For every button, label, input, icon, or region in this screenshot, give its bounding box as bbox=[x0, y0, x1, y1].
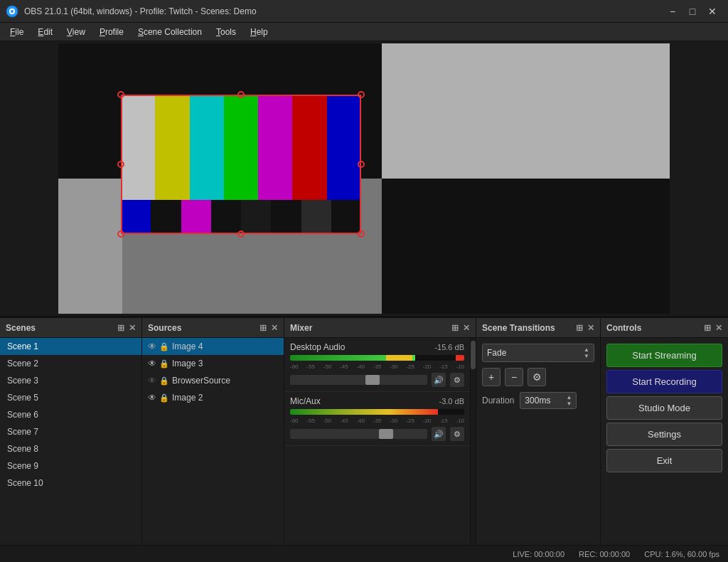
mixer-close-icon[interactable]: ✕ bbox=[463, 323, 470, 333]
scene-item-10[interactable]: Scene 10 bbox=[0, 474, 141, 492]
eye-icon-image2[interactable]: 👁 bbox=[148, 393, 156, 403]
scenes-close-icon[interactable]: ✕ bbox=[129, 323, 136, 333]
controls-content: Start Streaming Start Recording Studio M… bbox=[601, 338, 728, 562]
maximize-button[interactable]: □ bbox=[682, 1, 702, 21]
duration-arrows[interactable]: ▲▼ bbox=[566, 394, 572, 407]
source-label-image2: Image 2 bbox=[172, 393, 203, 403]
mixer-expand-icon[interactable]: ⊞ bbox=[451, 323, 459, 333]
duration-label: Duration bbox=[482, 396, 514, 405]
scene-item-9[interactable]: Scene 9 bbox=[0, 457, 141, 474]
color-bars-bottom bbox=[121, 200, 361, 234]
handle-ml[interactable] bbox=[117, 161, 124, 168]
mixer-track-mic-header: Mic/Aux -3.0 dB bbox=[290, 396, 464, 406]
scenes-panel-header: Scenes ⊞ ✕ bbox=[0, 318, 141, 338]
mixer-mic-thumb[interactable] bbox=[379, 429, 393, 439]
mixer-scrollbar[interactable] bbox=[470, 338, 476, 562]
transitions-expand-icon[interactable]: ⊞ bbox=[576, 323, 583, 333]
close-button[interactable]: ✕ bbox=[702, 1, 722, 21]
mixer-mic-bar bbox=[290, 409, 464, 415]
eye-icon-image3[interactable]: 👁 bbox=[148, 359, 156, 369]
scene-item-1[interactable]: Scene 1 bbox=[0, 338, 141, 355]
handle-tl[interactable] bbox=[117, 91, 124, 98]
start-streaming-button[interactable]: Start Streaming bbox=[606, 344, 722, 367]
source-item-image2[interactable]: 👁 🔒 Image 2 bbox=[142, 389, 284, 406]
mixer-track-mic: Mic/Aux -3.0 dB -60-55-50-45-40-35-30-25… bbox=[284, 392, 470, 446]
mixer-mic-mute[interactable]: 🔊 bbox=[432, 427, 446, 441]
mixer-mic-settings[interactable]: ⚙ bbox=[450, 427, 464, 441]
bar-yellow bbox=[155, 95, 189, 200]
controls-panel: Controls ⊞ ✕ Start Streaming Start Recor… bbox=[601, 318, 728, 562]
source-item-image3[interactable]: 👁 🔒 Image 3 bbox=[142, 355, 284, 372]
mixer-mic-fader[interactable] bbox=[290, 429, 427, 439]
mixer-desktop-name: Desktop Audio bbox=[290, 342, 345, 352]
controls-close-icon[interactable]: ✕ bbox=[715, 323, 722, 333]
handle-bl[interactable] bbox=[117, 230, 124, 238]
mixer-panel: Mixer ⊞ ✕ Desktop Audio -15.6 dB bbox=[284, 318, 476, 562]
mixer-scrollbar-thumb[interactable] bbox=[471, 341, 476, 369]
mixer-mic-ticks: -60-55-50-45-40-35-30-25-20-15-10 bbox=[290, 418, 464, 424]
menu-help[interactable]: Help bbox=[243, 26, 275, 38]
title-bar: OBS 21.0.1 (64bit, windows) - Profile: T… bbox=[0, 0, 728, 23]
mixer-desktop-fader[interactable] bbox=[290, 375, 427, 385]
transitions-buttons-row: + − ⚙ bbox=[482, 368, 594, 386]
menu-tools[interactable]: Tools bbox=[209, 26, 243, 38]
lock-icon-browser: 🔒 bbox=[159, 376, 169, 386]
handle-tr[interactable] bbox=[358, 91, 365, 98]
scenes-panel: Scenes ⊞ ✕ Scene 1 Scene 2 Scene 3 Scene… bbox=[0, 318, 142, 562]
controls-panel-header: Controls ⊞ ✕ bbox=[601, 318, 728, 338]
preview-area bbox=[0, 41, 728, 317]
bar-blue bbox=[327, 95, 361, 200]
scene-item-8[interactable]: Scene 8 bbox=[0, 440, 141, 457]
settings-button[interactable]: Settings bbox=[606, 423, 722, 446]
scene-item-3[interactable]: Scene 3 bbox=[0, 372, 141, 389]
handle-mr[interactable] bbox=[358, 161, 365, 168]
menu-profile[interactable]: Profile bbox=[92, 26, 131, 38]
scene-item-2[interactable]: Scene 2 bbox=[0, 355, 141, 372]
sources-expand-icon[interactable]: ⊞ bbox=[259, 323, 267, 333]
minimize-button[interactable]: − bbox=[663, 1, 682, 21]
studio-mode-button[interactable]: Studio Mode bbox=[606, 396, 722, 420]
scenes-panel-icons: ⊞ ✕ bbox=[117, 323, 136, 333]
transition-remove-button[interactable]: − bbox=[505, 368, 523, 386]
mixer-panel-icons: ⊞ ✕ bbox=[451, 323, 470, 333]
mixer-mic-fill bbox=[290, 409, 438, 415]
scene-item-7[interactable]: Scene 7 bbox=[0, 423, 141, 440]
menu-file[interactable]: File bbox=[3, 26, 31, 38]
controls-expand-icon[interactable]: ⊞ bbox=[704, 323, 711, 333]
mixer-desktop-bar bbox=[290, 355, 464, 361]
mixer-desktop-ticks: -60-55-50-45-40-35-30-25-20-15-10 bbox=[290, 364, 464, 370]
preview-bottom-right bbox=[382, 179, 670, 314]
fade-select[interactable]: Fade ▲▼ bbox=[482, 344, 594, 362]
handle-br[interactable] bbox=[358, 230, 365, 238]
menu-scene-collection[interactable]: Scene Collection bbox=[131, 26, 209, 38]
source-label-image3: Image 3 bbox=[172, 359, 203, 369]
mixer-desktop-settings[interactable]: ⚙ bbox=[450, 373, 464, 387]
mixer-desktop-thumb[interactable] bbox=[365, 375, 380, 385]
scenes-expand-icon[interactable]: ⊞ bbox=[117, 323, 124, 333]
menu-view[interactable]: View bbox=[60, 26, 92, 38]
eye-icon-image4[interactable]: 👁 bbox=[148, 341, 156, 351]
handle-tc[interactable] bbox=[237, 91, 245, 98]
start-recording-button[interactable]: Start Recording bbox=[606, 370, 722, 393]
source-item-image4[interactable]: 👁 🔒 Image 4 bbox=[142, 338, 284, 355]
source-item-browser[interactable]: 👁 🔒 BrowserSource bbox=[142, 372, 284, 389]
controls-panel-title: Controls bbox=[606, 323, 641, 333]
eye-icon-browser[interactable]: 👁 bbox=[148, 376, 156, 386]
mixer-desktop-yellow bbox=[386, 355, 412, 361]
menu-edit[interactable]: Edit bbox=[31, 26, 60, 38]
duration-input[interactable]: 300ms ▲▼ bbox=[520, 392, 577, 409]
app-icon bbox=[6, 5, 18, 18]
status-live: LIVE: 00:00:00 bbox=[513, 550, 564, 558]
transition-add-button[interactable]: + bbox=[482, 368, 500, 386]
exit-button[interactable]: Exit bbox=[606, 449, 722, 472]
scene-item-6[interactable]: Scene 6 bbox=[0, 406, 141, 423]
mixer-desktop-mute[interactable]: 🔊 bbox=[432, 373, 446, 387]
mixer-track-desktop: Desktop Audio -15.6 dB -60-55-50-45-40-3… bbox=[284, 338, 470, 392]
sources-close-icon[interactable]: ✕ bbox=[271, 323, 278, 333]
transitions-close-icon[interactable]: ✕ bbox=[587, 323, 594, 333]
mixer-desktop-fader-row: 🔊 ⚙ bbox=[290, 373, 464, 387]
sources-panel-header: Sources ⊞ ✕ bbox=[142, 318, 284, 338]
handle-bc[interactable] bbox=[237, 230, 245, 238]
transition-settings-button[interactable]: ⚙ bbox=[528, 368, 546, 386]
scene-item-5[interactable]: Scene 5 bbox=[0, 389, 141, 406]
